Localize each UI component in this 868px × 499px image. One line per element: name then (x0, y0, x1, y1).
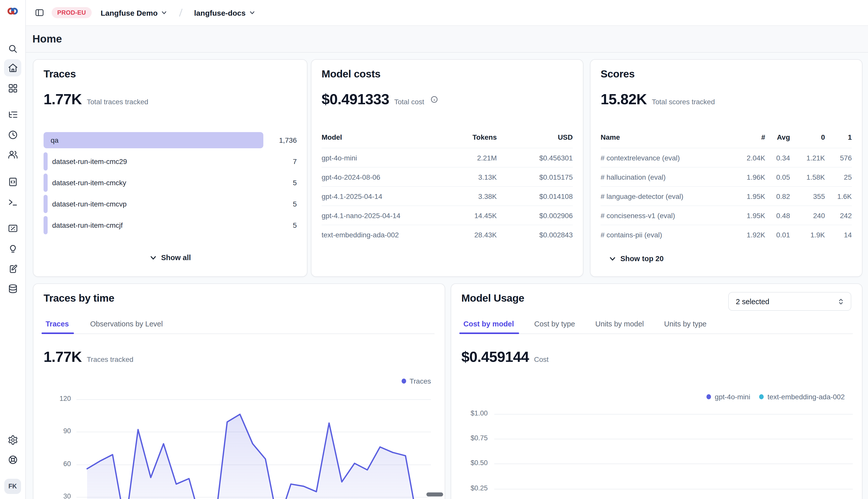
search-icon (7, 43, 18, 54)
row-value: 25 (825, 173, 852, 181)
show-all-button[interactable]: Show all (146, 253, 194, 262)
y-axis-tick-label: $0.25 (451, 484, 488, 492)
user-avatar[interactable]: FK (4, 479, 21, 494)
row-value: 1.6K (825, 192, 852, 200)
trace-count: 7 (263, 157, 297, 166)
sidebar-item-playground[interactable] (4, 193, 21, 210)
gridline (494, 464, 853, 464)
sidebar-item-tracing[interactable] (4, 106, 21, 123)
legend-item: text-embedding-ada-002 (759, 393, 845, 401)
trace-name: dataset-run-item-cmcky (52, 179, 126, 187)
traces-bar-list: qa1,736dataset-run-item-cmc297dataset-ru… (44, 130, 297, 236)
environment-badge: PROD-EU (52, 7, 92, 18)
card-title: Traces (44, 68, 76, 80)
trace-count: 5 (263, 179, 297, 187)
trace-bar (44, 216, 48, 234)
trace-bar (44, 152, 48, 171)
top-bar: PROD-EU Langfuse Demo langfuse-docs (25, 0, 868, 26)
row-value: 0.48 (765, 211, 790, 219)
tab-units-by-type[interactable]: Units by type (664, 314, 707, 333)
traces-by-time-card: Traces by time TracesObservations by Lev… (33, 283, 445, 499)
sidebar-item-insights[interactable] (4, 240, 21, 257)
trace-bar-row[interactable]: dataset-run-item-cmcky5 (44, 172, 297, 193)
row-value: $0.456301 (497, 154, 573, 162)
scores-card: Scores 15.82K Total scores tracked Name#… (590, 59, 863, 277)
row-name: gpt-4o-mini (322, 154, 421, 162)
sidebar-item-evaluators[interactable] (4, 220, 21, 237)
legend-dot-icon (707, 394, 711, 399)
y-axis-tick-label: $0.75 (451, 434, 488, 442)
row-name: # conciseness-v1 (eval) (601, 211, 735, 219)
sidebar-item-support[interactable] (4, 451, 21, 468)
row-value: 2.21M (421, 154, 497, 162)
row-value: 14.45K (421, 211, 497, 219)
tab-traces[interactable]: Traces (46, 314, 69, 333)
row-value: 1.9K (790, 231, 825, 239)
column-header: USD (497, 133, 573, 141)
tab-cost-by-type[interactable]: Cost by type (534, 314, 575, 333)
scores-total-metric: 15.82K (601, 91, 647, 108)
model-selector-dropdown[interactable]: 2 selected (728, 292, 851, 311)
row-value: 28.43K (421, 231, 497, 239)
sidebar-item-prompts[interactable] (4, 173, 21, 190)
dashboard-grid-icon (7, 83, 18, 93)
chevrons-up-down-icon (837, 297, 845, 305)
sidebar-item-sessions[interactable] (4, 126, 21, 143)
gear-icon (7, 435, 18, 445)
sidebar-item-dashboards[interactable] (4, 80, 21, 97)
y-axis-tick-label: $0.50 (451, 459, 488, 467)
sidebar-toggle-button[interactable] (33, 7, 46, 19)
tab-observations-by-level[interactable]: Observations by Level (90, 314, 163, 333)
org-selector[interactable]: Langfuse Demo (98, 8, 171, 17)
trace-bar-row[interactable]: dataset-run-item-cmcvp5 (44, 193, 297, 215)
row-name: gpt-4.1-nano-2025-04-14 (322, 211, 421, 219)
horizontal-scrollbar-thumb[interactable] (426, 492, 443, 497)
table-row: gpt-4.1-nano-2025-04-1414.45K$0.002906 (322, 206, 573, 225)
row-value: 1.21K (790, 154, 825, 162)
trace-bar-row[interactable]: dataset-run-item-cmcjf5 (44, 215, 297, 236)
trace-bar-row[interactable]: qa1,736 (44, 130, 297, 151)
trace-count: 1,736 (263, 136, 297, 144)
tab-units-by-model[interactable]: Units by model (595, 314, 644, 333)
show-top-20-button[interactable]: Show top 20 (606, 254, 667, 263)
row-value: $0.002843 (497, 231, 573, 239)
y-axis-tick-label: $1.00 (451, 409, 488, 417)
scores-table: Name#Avg01# contextrelevance (eval)2.04K… (601, 131, 852, 244)
tab-cost-by-model[interactable]: Cost by model (463, 314, 514, 333)
traces-by-time-tabs: TracesObservations by Level (44, 314, 435, 334)
project-selector[interactable]: langfuse-docs (191, 8, 259, 17)
info-icon[interactable] (430, 96, 438, 103)
y-axis-tick-label: 60 (33, 460, 71, 467)
row-value: $0.014108 (497, 192, 573, 200)
sidebar-item-users[interactable] (4, 146, 21, 163)
scores-metric-label: Total scores tracked (652, 98, 715, 106)
panel-left-icon (34, 8, 45, 18)
row-value: 1.95K (735, 192, 765, 200)
trace-name: dataset-run-item-cmcvp (52, 200, 127, 208)
row-value: 1.95K (735, 211, 765, 219)
column-header: # (735, 133, 765, 141)
gridline (494, 439, 853, 439)
sidebar-item-search[interactable] (4, 40, 21, 57)
sidebar-item-annotation-queues[interactable] (4, 260, 21, 277)
clock-icon (7, 129, 18, 140)
sidebar-item-home[interactable] (4, 59, 21, 76)
traces-tracked-label: Traces tracked (87, 355, 133, 363)
traces-line-chart (76, 385, 431, 499)
card-title: Model costs (322, 68, 381, 80)
clipboard-pen-icon (7, 264, 18, 274)
sidebar-item-datasets[interactable] (4, 280, 21, 297)
row-value: 576 (825, 154, 852, 162)
table-row: text-embedding-ada-00228.43K$0.002843 (322, 225, 573, 244)
project-name: langfuse-docs (194, 8, 246, 17)
row-name: gpt-4.1-2025-04-14 (322, 192, 421, 200)
model-usage-card: Model Usage 2 selected Cost by modelCost… (451, 283, 863, 499)
breadcrumb-separator (177, 8, 185, 18)
sidebar-item-settings[interactable] (4, 431, 21, 448)
trace-bar-row[interactable]: dataset-run-item-cmc297 (44, 151, 297, 172)
table-row: # contains-pii (eval)1.92K0.011.9K14 (601, 225, 852, 244)
trace-bar (44, 132, 263, 148)
row-value: 2.04K (735, 154, 765, 162)
y-axis-tick-label: 90 (33, 427, 71, 435)
column-header: Name (601, 133, 735, 141)
